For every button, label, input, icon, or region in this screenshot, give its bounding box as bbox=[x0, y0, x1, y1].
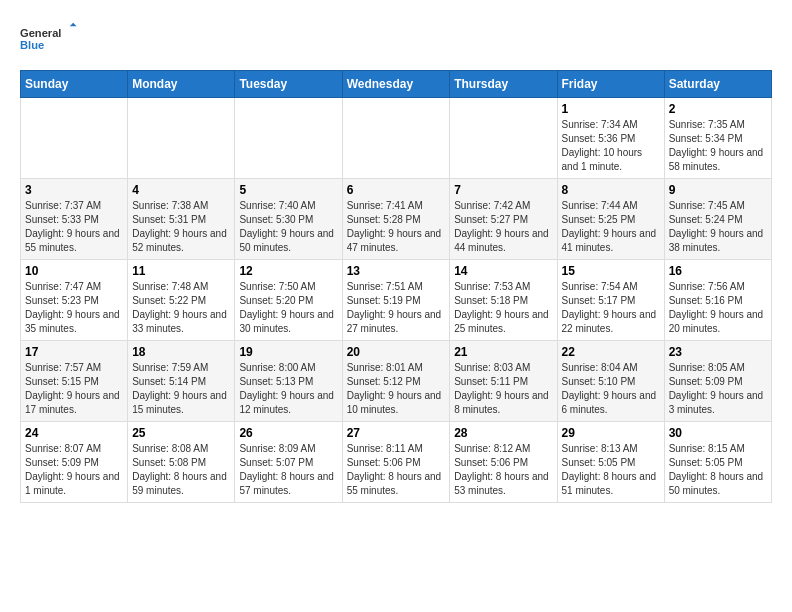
day-info: Sunrise: 8:11 AM Sunset: 5:06 PM Dayligh… bbox=[347, 442, 446, 498]
day-number: 3 bbox=[25, 183, 123, 197]
day-info: Sunrise: 7:47 AM Sunset: 5:23 PM Dayligh… bbox=[25, 280, 123, 336]
calendar-body: 1Sunrise: 7:34 AM Sunset: 5:36 PM Daylig… bbox=[21, 98, 772, 503]
day-number: 20 bbox=[347, 345, 446, 359]
day-number: 15 bbox=[562, 264, 660, 278]
svg-marker-1 bbox=[70, 23, 77, 26]
day-info: Sunrise: 7:56 AM Sunset: 5:16 PM Dayligh… bbox=[669, 280, 767, 336]
day-info: Sunrise: 7:34 AM Sunset: 5:36 PM Dayligh… bbox=[562, 118, 660, 174]
calendar-day-cell: 16Sunrise: 7:56 AM Sunset: 5:16 PM Dayli… bbox=[664, 260, 771, 341]
page-header: General Blue bbox=[20, 20, 772, 60]
calendar-day-cell: 3Sunrise: 7:37 AM Sunset: 5:33 PM Daylig… bbox=[21, 179, 128, 260]
day-number: 2 bbox=[669, 102, 767, 116]
day-info: Sunrise: 7:42 AM Sunset: 5:27 PM Dayligh… bbox=[454, 199, 552, 255]
calendar-day-cell: 24Sunrise: 8:07 AM Sunset: 5:09 PM Dayli… bbox=[21, 422, 128, 503]
day-info: Sunrise: 7:59 AM Sunset: 5:14 PM Dayligh… bbox=[132, 361, 230, 417]
calendar-day-cell bbox=[235, 98, 342, 179]
day-info: Sunrise: 8:09 AM Sunset: 5:07 PM Dayligh… bbox=[239, 442, 337, 498]
calendar-day-cell: 20Sunrise: 8:01 AM Sunset: 5:12 PM Dayli… bbox=[342, 341, 450, 422]
calendar-day-cell: 26Sunrise: 8:09 AM Sunset: 5:07 PM Dayli… bbox=[235, 422, 342, 503]
calendar-day-cell: 28Sunrise: 8:12 AM Sunset: 5:06 PM Dayli… bbox=[450, 422, 557, 503]
day-number: 30 bbox=[669, 426, 767, 440]
day-number: 7 bbox=[454, 183, 552, 197]
calendar-day-cell bbox=[450, 98, 557, 179]
day-info: Sunrise: 7:51 AM Sunset: 5:19 PM Dayligh… bbox=[347, 280, 446, 336]
weekday-header-cell: Monday bbox=[128, 71, 235, 98]
day-info: Sunrise: 8:07 AM Sunset: 5:09 PM Dayligh… bbox=[25, 442, 123, 498]
calendar-week-row: 17Sunrise: 7:57 AM Sunset: 5:15 PM Dayli… bbox=[21, 341, 772, 422]
day-number: 11 bbox=[132, 264, 230, 278]
calendar-day-cell: 7Sunrise: 7:42 AM Sunset: 5:27 PM Daylig… bbox=[450, 179, 557, 260]
day-number: 4 bbox=[132, 183, 230, 197]
calendar-day-cell: 27Sunrise: 8:11 AM Sunset: 5:06 PM Dayli… bbox=[342, 422, 450, 503]
calendar-day-cell: 9Sunrise: 7:45 AM Sunset: 5:24 PM Daylig… bbox=[664, 179, 771, 260]
calendar-day-cell bbox=[21, 98, 128, 179]
day-info: Sunrise: 7:57 AM Sunset: 5:15 PM Dayligh… bbox=[25, 361, 123, 417]
day-info: Sunrise: 7:38 AM Sunset: 5:31 PM Dayligh… bbox=[132, 199, 230, 255]
day-info: Sunrise: 8:00 AM Sunset: 5:13 PM Dayligh… bbox=[239, 361, 337, 417]
day-info: Sunrise: 8:13 AM Sunset: 5:05 PM Dayligh… bbox=[562, 442, 660, 498]
day-number: 17 bbox=[25, 345, 123, 359]
calendar-day-cell: 14Sunrise: 7:53 AM Sunset: 5:18 PM Dayli… bbox=[450, 260, 557, 341]
day-info: Sunrise: 8:12 AM Sunset: 5:06 PM Dayligh… bbox=[454, 442, 552, 498]
day-number: 26 bbox=[239, 426, 337, 440]
day-info: Sunrise: 7:45 AM Sunset: 5:24 PM Dayligh… bbox=[669, 199, 767, 255]
day-info: Sunrise: 8:03 AM Sunset: 5:11 PM Dayligh… bbox=[454, 361, 552, 417]
calendar-day-cell bbox=[342, 98, 450, 179]
calendar-day-cell: 29Sunrise: 8:13 AM Sunset: 5:05 PM Dayli… bbox=[557, 422, 664, 503]
day-number: 9 bbox=[669, 183, 767, 197]
day-number: 16 bbox=[669, 264, 767, 278]
day-info: Sunrise: 8:15 AM Sunset: 5:05 PM Dayligh… bbox=[669, 442, 767, 498]
day-number: 23 bbox=[669, 345, 767, 359]
logo-svg: General Blue bbox=[20, 20, 80, 60]
svg-text:General: General bbox=[20, 27, 61, 39]
calendar-week-row: 1Sunrise: 7:34 AM Sunset: 5:36 PM Daylig… bbox=[21, 98, 772, 179]
day-number: 12 bbox=[239, 264, 337, 278]
calendar-day-cell: 5Sunrise: 7:40 AM Sunset: 5:30 PM Daylig… bbox=[235, 179, 342, 260]
day-info: Sunrise: 7:35 AM Sunset: 5:34 PM Dayligh… bbox=[669, 118, 767, 174]
day-number: 27 bbox=[347, 426, 446, 440]
day-number: 18 bbox=[132, 345, 230, 359]
day-info: Sunrise: 7:53 AM Sunset: 5:18 PM Dayligh… bbox=[454, 280, 552, 336]
calendar-week-row: 24Sunrise: 8:07 AM Sunset: 5:09 PM Dayli… bbox=[21, 422, 772, 503]
calendar-day-cell: 10Sunrise: 7:47 AM Sunset: 5:23 PM Dayli… bbox=[21, 260, 128, 341]
day-number: 19 bbox=[239, 345, 337, 359]
calendar-day-cell: 4Sunrise: 7:38 AM Sunset: 5:31 PM Daylig… bbox=[128, 179, 235, 260]
weekday-header-row: SundayMondayTuesdayWednesdayThursdayFrid… bbox=[21, 71, 772, 98]
calendar-day-cell: 17Sunrise: 7:57 AM Sunset: 5:15 PM Dayli… bbox=[21, 341, 128, 422]
day-number: 28 bbox=[454, 426, 552, 440]
day-number: 29 bbox=[562, 426, 660, 440]
calendar-week-row: 10Sunrise: 7:47 AM Sunset: 5:23 PM Dayli… bbox=[21, 260, 772, 341]
calendar-day-cell bbox=[128, 98, 235, 179]
weekday-header-cell: Saturday bbox=[664, 71, 771, 98]
day-number: 8 bbox=[562, 183, 660, 197]
calendar-day-cell: 22Sunrise: 8:04 AM Sunset: 5:10 PM Dayli… bbox=[557, 341, 664, 422]
day-info: Sunrise: 8:04 AM Sunset: 5:10 PM Dayligh… bbox=[562, 361, 660, 417]
calendar-day-cell: 15Sunrise: 7:54 AM Sunset: 5:17 PM Dayli… bbox=[557, 260, 664, 341]
calendar-day-cell: 2Sunrise: 7:35 AM Sunset: 5:34 PM Daylig… bbox=[664, 98, 771, 179]
day-info: Sunrise: 8:08 AM Sunset: 5:08 PM Dayligh… bbox=[132, 442, 230, 498]
calendar-day-cell: 13Sunrise: 7:51 AM Sunset: 5:19 PM Dayli… bbox=[342, 260, 450, 341]
day-info: Sunrise: 7:50 AM Sunset: 5:20 PM Dayligh… bbox=[239, 280, 337, 336]
calendar-day-cell: 25Sunrise: 8:08 AM Sunset: 5:08 PM Dayli… bbox=[128, 422, 235, 503]
day-info: Sunrise: 7:54 AM Sunset: 5:17 PM Dayligh… bbox=[562, 280, 660, 336]
day-number: 25 bbox=[132, 426, 230, 440]
day-number: 6 bbox=[347, 183, 446, 197]
weekday-header-cell: Tuesday bbox=[235, 71, 342, 98]
weekday-header-cell: Wednesday bbox=[342, 71, 450, 98]
calendar-day-cell: 8Sunrise: 7:44 AM Sunset: 5:25 PM Daylig… bbox=[557, 179, 664, 260]
day-info: Sunrise: 8:05 AM Sunset: 5:09 PM Dayligh… bbox=[669, 361, 767, 417]
day-number: 10 bbox=[25, 264, 123, 278]
day-info: Sunrise: 8:01 AM Sunset: 5:12 PM Dayligh… bbox=[347, 361, 446, 417]
day-info: Sunrise: 7:41 AM Sunset: 5:28 PM Dayligh… bbox=[347, 199, 446, 255]
weekday-header-cell: Thursday bbox=[450, 71, 557, 98]
calendar-table: SundayMondayTuesdayWednesdayThursdayFrid… bbox=[20, 70, 772, 503]
day-number: 1 bbox=[562, 102, 660, 116]
day-info: Sunrise: 7:48 AM Sunset: 5:22 PM Dayligh… bbox=[132, 280, 230, 336]
day-number: 14 bbox=[454, 264, 552, 278]
calendar-day-cell: 18Sunrise: 7:59 AM Sunset: 5:14 PM Dayli… bbox=[128, 341, 235, 422]
day-info: Sunrise: 7:37 AM Sunset: 5:33 PM Dayligh… bbox=[25, 199, 123, 255]
day-info: Sunrise: 7:44 AM Sunset: 5:25 PM Dayligh… bbox=[562, 199, 660, 255]
day-number: 13 bbox=[347, 264, 446, 278]
calendar-day-cell: 21Sunrise: 8:03 AM Sunset: 5:11 PM Dayli… bbox=[450, 341, 557, 422]
calendar-week-row: 3Sunrise: 7:37 AM Sunset: 5:33 PM Daylig… bbox=[21, 179, 772, 260]
